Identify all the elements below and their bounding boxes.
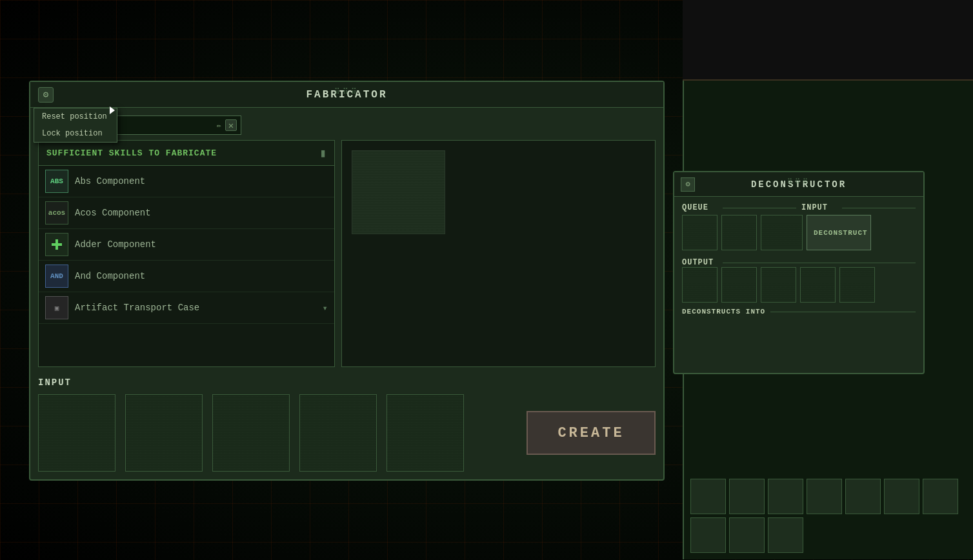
- preview-panel: [341, 140, 656, 367]
- inventory-slot[interactable]: [923, 479, 958, 514]
- dec-input-label: INPUT: [801, 203, 837, 212]
- item-list: ABS Abs Component acos Acos Component: [39, 166, 334, 366]
- item-label-adder: Adder Component: [75, 239, 156, 250]
- list-item[interactable]: Adder Component: [39, 229, 334, 261]
- dec-output-label: OUTPUT: [682, 258, 717, 267]
- scroll-indicator-icon: ▮: [319, 146, 326, 160]
- input-slots-row: CREATE: [38, 394, 656, 472]
- create-button[interactable]: CREATE: [527, 411, 656, 455]
- dec-queue-label: QUEUE: [682, 203, 717, 212]
- list-item[interactable]: ▣ Artifact Transport Case ▾: [39, 292, 334, 324]
- main-panel: SUFFICIENT SKILLS TO FABRICATE ▮ ABS Abs…: [38, 140, 656, 367]
- dec-queue-slot-2[interactable]: [721, 215, 757, 250]
- item-label-abs: Abs Component: [75, 176, 145, 186]
- list-item[interactable]: acos Acos Component: [39, 197, 334, 229]
- divider: [842, 208, 916, 208]
- filter-row: FILTER ✏ ✕: [38, 115, 656, 135]
- dec-labels-row: QUEUE INPUT: [682, 203, 916, 212]
- item-icon-abs: ABS: [45, 170, 68, 193]
- preview-image: [352, 150, 445, 234]
- deconstructor-content: QUEUE INPUT DECONSTRUCT OUTPUT: [674, 197, 923, 322]
- inventory-slot[interactable]: [884, 479, 919, 514]
- inventory-slot[interactable]: [729, 479, 765, 514]
- item-label-artifact: Artifact Transport Case: [75, 303, 199, 313]
- input-section-label: INPUT: [38, 377, 656, 388]
- item-icon-and: AND: [45, 265, 68, 288]
- inventory-slot[interactable]: [690, 517, 726, 553]
- deconstruct-button[interactable]: DECONSTRUCT: [807, 215, 871, 250]
- divider: [723, 208, 796, 208]
- dec-drag-handle[interactable]: ⠿⠿⠿: [787, 177, 810, 186]
- fabricator-content: FILTER ✏ ✕ SUFFICIENT SKILLS TO FABRICAT…: [30, 108, 663, 479]
- list-item[interactable]: ABS Abs Component: [39, 166, 334, 197]
- dec-queue-slot-1[interactable]: [682, 215, 717, 250]
- dec-output-section: OUTPUT: [682, 258, 916, 303]
- deconstructor-titlebar: ⚙ ⠿⠿⠿ DECONSTRUCTOR: [674, 172, 923, 197]
- inventory-slot[interactable]: [729, 517, 765, 553]
- svg-rect-1: [52, 243, 62, 246]
- inventory-slot[interactable]: [768, 479, 803, 514]
- dec-output-slot-3[interactable]: [761, 267, 796, 303]
- item-icon-adder: [45, 233, 68, 256]
- gear-icon: ⚙: [685, 179, 690, 189]
- item-label-acos: Acos Component: [75, 208, 151, 218]
- fabricator-window: ⚙ ⠿⠿⠿ FABRICATOR Reset position Lock pos…: [29, 81, 665, 481]
- input-slot-3[interactable]: [212, 394, 290, 472]
- plus-icon: [50, 238, 63, 251]
- context-menu-reset[interactable]: Reset position: [34, 108, 117, 125]
- clear-filter-button[interactable]: ✕: [225, 119, 237, 131]
- deconstructor-settings-button[interactable]: ⚙: [681, 177, 695, 192]
- item-list-panel: SUFFICIENT SKILLS TO FABRICATE ▮ ABS Abs…: [38, 140, 335, 367]
- input-section: INPUT CREATE: [38, 372, 656, 472]
- input-slot-2[interactable]: [125, 394, 203, 472]
- dec-queue-input-slots: DECONSTRUCT: [682, 212, 916, 253]
- input-slot-1[interactable]: [38, 394, 115, 472]
- expand-icon[interactable]: ▾: [323, 303, 328, 314]
- context-menu-lock[interactable]: Lock position: [34, 125, 117, 142]
- context-menu: Reset position Lock position: [34, 108, 117, 143]
- input-slot-4[interactable]: [299, 394, 377, 472]
- list-header-text: SUFFICIENT SKILLS TO FABRICATE: [46, 148, 217, 158]
- fabricator-titlebar: ⚙ ⠿⠿⠿ FABRICATOR: [30, 82, 663, 108]
- dec-output-slot-5[interactable]: [839, 267, 875, 303]
- divider: [770, 312, 916, 312]
- dec-into-label-row: DECONSTRUCTS INTO: [682, 308, 916, 315]
- dec-output-slot-1[interactable]: [682, 267, 717, 303]
- dec-into-label: DECONSTRUCTS INTO: [682, 308, 765, 315]
- inventory-slot[interactable]: [690, 479, 726, 514]
- dec-output-label-row: OUTPUT: [682, 258, 916, 267]
- edit-icon[interactable]: ✏: [217, 121, 221, 130]
- dec-queue-input-row: QUEUE INPUT DECONSTRUCT: [682, 203, 916, 253]
- drag-handle-icon[interactable]: ⠿⠿⠿: [334, 87, 359, 97]
- divider: [723, 263, 916, 263]
- item-icon-artifact: ▣: [45, 296, 68, 319]
- list-header: SUFFICIENT SKILLS TO FABRICATE ▮: [39, 141, 334, 166]
- top-right-background: [683, 0, 973, 81]
- item-icon-acos: acos: [45, 201, 68, 225]
- dec-output-slot-2[interactable]: [721, 267, 757, 303]
- dec-into-section: DECONSTRUCTS INTO: [682, 308, 916, 315]
- inventory-slot[interactable]: [807, 479, 842, 514]
- list-item[interactable]: AND And Component: [39, 261, 334, 292]
- dec-output-slot-4[interactable]: [800, 267, 836, 303]
- input-slot-5[interactable]: [386, 394, 464, 472]
- gear-icon: ⚙: [43, 89, 48, 100]
- dec-output-slots: [682, 267, 916, 303]
- deconstructor-window: ⚙ ⠿⠿⠿ DECONSTRUCTOR QUEUE INPUT DECONSTR…: [673, 171, 925, 374]
- item-label-and: And Component: [75, 271, 145, 281]
- inventory-slot[interactable]: [768, 517, 803, 553]
- dec-input-slot[interactable]: [761, 215, 803, 250]
- inventory-slot[interactable]: [845, 479, 881, 514]
- settings-button[interactable]: ⚙: [38, 87, 54, 103]
